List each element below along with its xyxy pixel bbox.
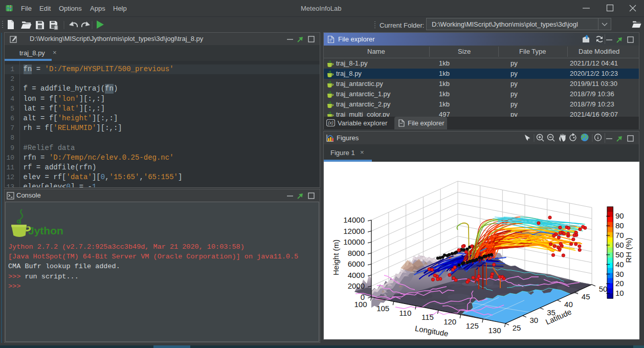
svg-text:20: 20 [615,279,624,288]
svg-text:115: 115 [421,313,434,321]
svg-text:10000: 10000 [343,237,365,246]
svg-text:100: 100 [354,300,367,309]
svg-text:130: 130 [488,326,501,335]
svg-text:30: 30 [529,316,538,324]
svg-text:(x): (x) [328,120,334,125]
svg-text:50: 50 [615,250,624,259]
svg-text:4000: 4000 [348,271,365,279]
svg-text:10: 10 [615,289,624,297]
svg-text:2000: 2000 [348,281,365,290]
svg-text:14000: 14000 [343,215,365,224]
svg-text:25: 25 [513,323,521,332]
svg-text:110: 110 [399,309,411,317]
svg-text:RH (%): RH (%) [624,237,633,263]
svg-text:70: 70 [615,231,624,240]
svg-text:80: 80 [615,221,624,230]
svg-text:Height (m): Height (m) [331,240,340,275]
svg-text:120: 120 [443,317,456,326]
svg-text:30: 30 [615,270,624,278]
svg-text:50: 50 [599,285,608,293]
svg-text:60: 60 [615,241,624,249]
svg-text:125: 125 [466,321,479,330]
svg-text:6000: 6000 [348,259,365,268]
svg-text:45: 45 [582,292,590,301]
svg-text:8000: 8000 [348,249,365,257]
svg-text:12000: 12000 [343,227,365,235]
svg-text:90: 90 [615,211,624,220]
svg-text:105: 105 [376,304,389,313]
svg-text:40: 40 [615,260,624,269]
